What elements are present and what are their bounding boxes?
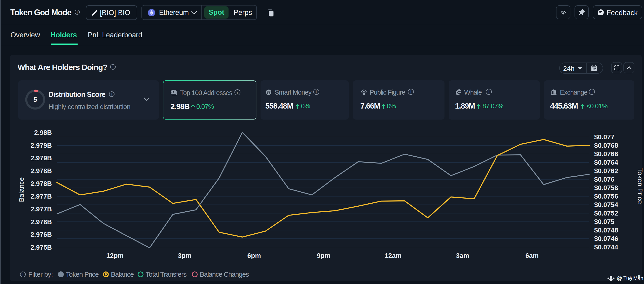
svg-text:Balance: Balance — [111, 270, 134, 278]
svg-text:Total Transfers: Total Transfers — [146, 270, 186, 278]
svg-text:Filter by:: Filter by: — [28, 270, 53, 278]
svg-text:Token Price: Token Price — [66, 270, 99, 278]
svg-text:Balance Changes: Balance Changes — [200, 270, 249, 278]
svg-text:@ Tuệ Mẫn: @ Tuệ Mẫn — [617, 275, 643, 281]
svg-text:i: i — [22, 273, 23, 277]
